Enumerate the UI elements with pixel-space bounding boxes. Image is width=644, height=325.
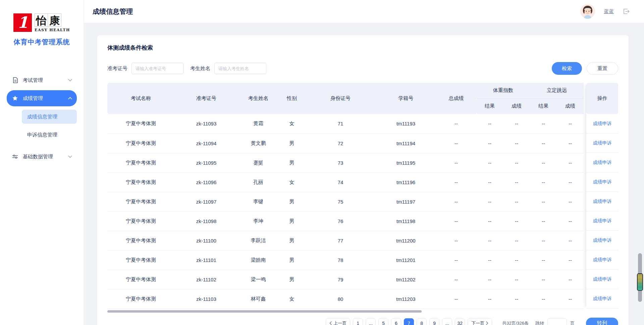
appeal-link[interactable]: 成绩申诉	[593, 199, 612, 205]
reset-button[interactable]: 重置	[587, 62, 618, 75]
student-name-input[interactable]	[214, 63, 266, 74]
username-link[interactable]: 蓝蓝	[604, 8, 614, 15]
page-jump-input[interactable]	[547, 318, 567, 325]
col-student-no: 学籍号	[376, 83, 436, 114]
sidebar-item-label: 成绩管理	[23, 95, 63, 102]
cell-admission-no: zk-11095	[174, 153, 238, 172]
table-header: 考试名称 准考证号 考生姓名 性别 身份证号 学籍号 总成绩 体重指数 立定跳远…	[107, 83, 584, 114]
page-button-5[interactable]: 5	[378, 318, 388, 325]
cell-admission-no: zk-11096	[174, 172, 238, 192]
fixed-col-body: 成绩申诉成绩申诉成绩申诉成绩申诉成绩申诉成绩申诉成绩申诉成绩申诉成绩申诉成绩申诉	[586, 114, 618, 309]
appeal-link[interactable]: 成绩申诉	[593, 276, 612, 282]
logout-icon[interactable]	[623, 7, 631, 15]
logo-mark-icon: 1	[13, 13, 32, 32]
page-button-9[interactable]: 9	[429, 318, 439, 325]
sidebar-item-label: 基础数据管理	[23, 154, 63, 160]
brand-char: 怡	[35, 13, 48, 27]
page-button-32[interactable]: 32	[455, 318, 465, 325]
appeal-link[interactable]: 成绩申诉	[593, 160, 612, 166]
table-row: 宁夏中考体测zk-11097李键男75tm11197----------	[107, 192, 584, 211]
window-scrollbar[interactable]	[638, 253, 642, 302]
action-cell: 成绩申诉	[586, 153, 618, 172]
cell-gender: 女	[278, 172, 305, 192]
user-avatar[interactable]	[580, 4, 595, 19]
cell-gender: 男	[278, 153, 305, 172]
sidebar-item-exam-management[interactable]: 考试管理	[7, 73, 77, 88]
cell-bmi-score: --	[503, 114, 530, 133]
action-cell: 成绩申诉	[586, 270, 618, 289]
sidebar-item-appeal-info-management[interactable]: 申诉信息管理	[22, 128, 77, 142]
page-button-8[interactable]: 8	[417, 318, 427, 325]
chevron-down-icon	[68, 155, 72, 158]
page-list: 1...56789...32	[353, 318, 465, 325]
cell-jump-result: --	[530, 250, 557, 270]
cell-admission-no: zk-11100	[174, 231, 238, 250]
cell-bmi-score: --	[503, 211, 530, 231]
cell-jump-score: --	[557, 231, 584, 250]
cell-bmi-score: --	[503, 231, 530, 250]
window-scrollbar-thumb[interactable]	[637, 273, 643, 291]
cell-jump-score: --	[557, 289, 584, 309]
cell-exam-name: 宁夏中考体测	[107, 250, 174, 270]
admission-no-input[interactable]	[131, 63, 183, 74]
horizontal-scrollbar[interactable]	[107, 310, 618, 313]
cell-id-card: 80	[305, 289, 376, 309]
appeal-link[interactable]: 成绩申诉	[593, 237, 612, 243]
cell-bmi-score: --	[503, 250, 530, 270]
appeal-link[interactable]: 成绩申诉	[593, 140, 612, 146]
prev-page-label: 上一页	[333, 320, 346, 325]
search-form: 准考证号 考生姓名 检索 重置	[107, 62, 618, 75]
cell-id-card: 75	[305, 192, 376, 211]
chevron-left-icon	[329, 321, 332, 325]
page-button-1[interactable]: 1	[353, 318, 363, 325]
cell-bmi-score: --	[503, 289, 530, 309]
cell-id-card: 79	[305, 270, 376, 289]
appeal-link[interactable]: 成绩申诉	[593, 218, 612, 224]
cell-bmi-score: --	[503, 270, 530, 289]
topbar: 成绩信息管理 蓝蓝	[84, 0, 644, 23]
cell-student-no: tm11200	[376, 231, 436, 250]
table-row: 宁夏中考体测zk-11100李跃洁男77tm11200----------	[107, 231, 584, 250]
next-page-button[interactable]: 下一页	[468, 318, 492, 325]
search-button[interactable]: 检索	[552, 62, 582, 75]
jump-unit-label: 页	[570, 320, 575, 325]
cell-jump-score: --	[557, 153, 584, 172]
sidebar-item-base-data-management[interactable]: 基础数据管理	[7, 149, 77, 164]
sidebar-item-score-management[interactable]: 成绩管理	[7, 90, 77, 106]
transpose-columns-button[interactable]: 转列	[586, 318, 618, 325]
appeal-link[interactable]: 成绩申诉	[593, 179, 612, 185]
action-column: 操作 成绩申诉成绩申诉成绩申诉成绩申诉成绩申诉成绩申诉成绩申诉成绩申诉成绩申诉成…	[586, 83, 618, 309]
table-row: 宁夏中考体测zk-11096孔丽女74tm11196----------	[107, 172, 584, 192]
table-body: 宁夏中考体测zk-11093黄霜女71tm11193----------宁夏中考…	[107, 114, 584, 309]
cell-exam-name: 宁夏中考体测	[107, 270, 174, 289]
page-ellipsis[interactable]: ...	[366, 318, 376, 325]
appeal-link[interactable]: 成绩申诉	[593, 257, 612, 263]
appeal-link[interactable]: 成绩申诉	[593, 121, 612, 127]
brand-char: 康	[48, 13, 61, 27]
sliders-icon	[12, 154, 18, 160]
page-ellipsis[interactable]: ...	[442, 318, 452, 325]
action-cell: 成绩申诉	[586, 211, 618, 231]
cell-student-name: 蹇挺	[238, 153, 278, 172]
cell-id-card: 77	[305, 231, 376, 250]
cell-jump-result: --	[530, 231, 557, 250]
appeal-link[interactable]: 成绩申诉	[593, 296, 612, 302]
cell-jump-result: --	[530, 133, 557, 153]
cell-total-score: --	[436, 289, 476, 309]
table-row: 宁夏中考体测zk-11098李坤男76tm11198----------	[107, 211, 584, 231]
action-cell: 成绩申诉	[586, 250, 618, 270]
search-results-card: 体测成绩条件检索 准考证号 考生姓名 检索 重置	[97, 35, 629, 325]
cell-exam-name: 宁夏中考体测	[107, 172, 174, 192]
col-bmi-result: 结果	[476, 98, 503, 114]
table-row: 宁夏中考体测zk-11101梁皓南男78tm11201----------	[107, 250, 584, 270]
page-button-7[interactable]: 7	[404, 318, 414, 325]
sidebar-item-score-info-management[interactable]: 成绩信息管理	[22, 110, 77, 124]
cell-gender: 女	[278, 114, 305, 133]
cell-admission-no: zk-11102	[174, 270, 238, 289]
cell-admission-no: zk-11103	[174, 289, 238, 309]
col-exam-name: 考试名称	[107, 83, 174, 114]
cell-id-card: 78	[305, 250, 376, 270]
horizontal-scrollbar-thumb[interactable]	[107, 310, 422, 313]
prev-page-button[interactable]: 上一页	[326, 318, 350, 325]
page-button-6[interactable]: 6	[391, 318, 401, 325]
